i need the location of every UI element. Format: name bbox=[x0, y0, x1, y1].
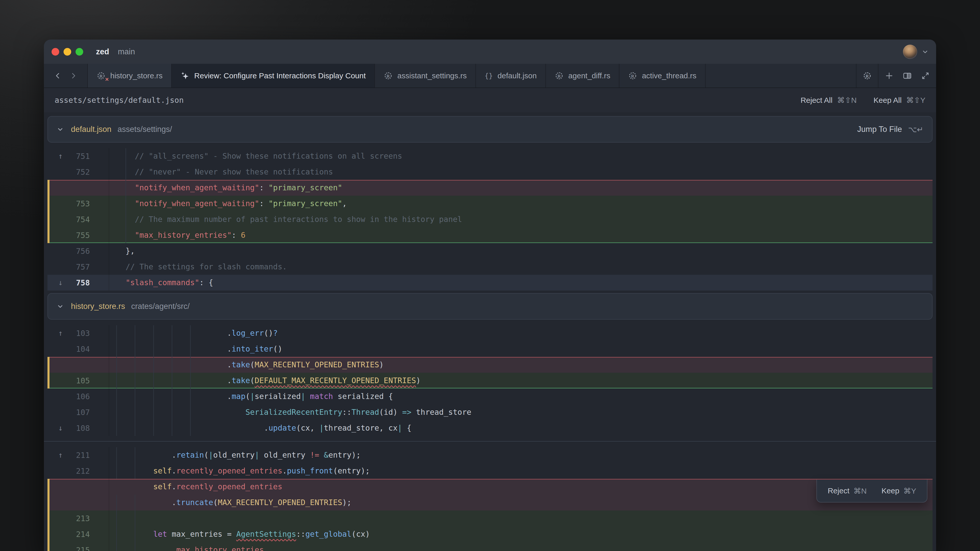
tab-strip-spacer bbox=[706, 64, 856, 87]
chevron-down-icon[interactable] bbox=[57, 126, 64, 133]
line-number: 105 bbox=[76, 376, 109, 385]
line-number: 753 bbox=[76, 199, 109, 208]
jump-to-file-button[interactable]: Jump To File⌥↵ bbox=[857, 125, 923, 134]
window-controls bbox=[52, 48, 83, 56]
indent-guide bbox=[135, 325, 135, 436]
tab-history-store-rs[interactable]: R×history_store.rs bbox=[88, 64, 172, 87]
gutter: 105 bbox=[48, 373, 109, 389]
code-line-215: 215 .max_history_entries bbox=[48, 542, 932, 551]
tab-agent-diff-rs[interactable]: Ragent_diff.rs bbox=[546, 64, 620, 87]
gutter bbox=[48, 357, 109, 373]
chevron-down-icon[interactable] bbox=[922, 48, 928, 55]
line-number: 214 bbox=[76, 530, 109, 539]
gutter: 757 bbox=[48, 259, 109, 275]
project-name[interactable]: zed bbox=[96, 47, 109, 56]
split-pane-icon[interactable] bbox=[902, 71, 912, 80]
pane-control-group: R bbox=[856, 64, 878, 87]
user-avatar[interactable] bbox=[903, 44, 917, 59]
code-text: .take(MAX_RECENTLY_OPENED_ENTRIES) bbox=[109, 357, 932, 373]
line-number: 103 bbox=[76, 329, 109, 338]
file-header-default-json[interactable]: default.jsonassets/settings/Jump To File… bbox=[48, 116, 932, 143]
line-number: 757 bbox=[76, 262, 109, 272]
file-header-history_store-rs[interactable]: history_store.rscrates/agent/src/ bbox=[48, 293, 932, 320]
reject-hunk-button[interactable]: Reject⌘N bbox=[828, 486, 867, 495]
code-text: .log_err()? bbox=[109, 325, 932, 341]
close-window-button[interactable] bbox=[52, 48, 59, 56]
expand-excerpt-up-button[interactable]: ↑ bbox=[58, 325, 63, 341]
code-rows: ↑751 // "all_screens" - Show these notif… bbox=[48, 148, 932, 291]
minimize-window-button[interactable] bbox=[64, 48, 71, 56]
gutter: ↑211 bbox=[48, 447, 109, 463]
gutter: 104 bbox=[48, 341, 109, 357]
gutter bbox=[48, 180, 109, 196]
rust-icon: R bbox=[628, 71, 637, 80]
line-number: 212 bbox=[76, 467, 109, 475]
diff-editor: default.jsonassets/settings/Jump To File… bbox=[44, 112, 936, 551]
line-number: 752 bbox=[76, 168, 109, 176]
keep-label: Keep bbox=[881, 486, 899, 495]
zoom-window-button[interactable] bbox=[76, 48, 83, 56]
reject-all-button[interactable]: Reject All ⌘⇧N bbox=[800, 96, 857, 105]
chevron-down-icon[interactable] bbox=[57, 303, 64, 310]
code-rows: ↑211 .retain(|old_entry| old_entry != &e… bbox=[48, 447, 932, 551]
keep-hunk-button[interactable]: Keep⌘Y bbox=[881, 486, 916, 495]
tab-label: agent_diff.rs bbox=[568, 71, 611, 80]
excerpt-separator bbox=[48, 436, 932, 447]
code-line-751: ↑751 // "all_screens" - Show these notif… bbox=[48, 148, 932, 164]
code-line-753: 753 "notify_when_agent_waiting": "primar… bbox=[48, 196, 932, 211]
gutter: 212 bbox=[48, 463, 109, 479]
expand-excerpt-down-button[interactable]: ↓ bbox=[58, 420, 63, 436]
tab-assistant-settings-rs[interactable]: Rassistant_settings.rs bbox=[375, 64, 476, 87]
tab-active-thread-rs[interactable]: Ractive_thread.rs bbox=[619, 64, 705, 87]
keep-all-label: Keep All bbox=[873, 96, 902, 105]
curly-braces-icon: {} bbox=[485, 72, 493, 79]
tab-review-configure-past-interactions-display-count[interactable]: Review: Configure Past Interactions Disp… bbox=[172, 64, 375, 87]
reject-shortcut: ⌘N bbox=[853, 486, 867, 495]
code-text: // The maximum number of past interactio… bbox=[109, 211, 932, 227]
rust-icon[interactable]: R bbox=[862, 71, 872, 80]
indent-guide bbox=[190, 325, 191, 436]
line-number: 211 bbox=[76, 451, 109, 460]
code-text: // "never" - Never show these notificati… bbox=[109, 164, 932, 180]
line-number: 106 bbox=[76, 392, 109, 401]
expand-excerpt-down-button[interactable]: ↓ bbox=[58, 275, 63, 291]
pane-controls: R bbox=[856, 64, 936, 87]
indent-guide bbox=[153, 325, 154, 436]
forward-button[interactable] bbox=[69, 71, 78, 80]
keep-all-button[interactable]: Keep All ⌘⇧Y bbox=[873, 96, 925, 105]
breadcrumb[interactable]: assets/settings/default.json bbox=[55, 96, 184, 105]
line-number: 751 bbox=[76, 152, 109, 161]
keep-all-shortcut: ⌘⇧Y bbox=[906, 96, 925, 105]
code-text: .retain(|old_entry| old_entry != &entry)… bbox=[109, 447, 932, 463]
gutter: 755 bbox=[48, 227, 109, 243]
code-text: .truncate(MAX_RECENTLY_OPENED_ENTRIES); bbox=[109, 495, 932, 510]
indent-guide bbox=[135, 447, 135, 551]
code-text: "notify_when_agent_waiting": "primary_sc… bbox=[109, 196, 932, 211]
reject-all-label: Reject All bbox=[800, 96, 832, 105]
branch-name[interactable]: main bbox=[118, 47, 135, 56]
code-text: .map(|serialized| match serialized { bbox=[109, 389, 932, 404]
gutter: 215 bbox=[48, 542, 109, 551]
rust-icon: R× bbox=[97, 71, 106, 80]
tab-default-json[interactable]: {}default.json bbox=[476, 64, 546, 87]
code-text: }, bbox=[109, 243, 932, 259]
code-text: let max_entries = AgentSettings::get_glo… bbox=[109, 526, 932, 542]
review-actions: Reject All ⌘⇧N Keep All ⌘⇧Y bbox=[800, 96, 925, 105]
gutter: ↑751 bbox=[48, 148, 109, 164]
gutter: 107 bbox=[48, 404, 109, 420]
expand-excerpt-up-button[interactable]: ↑ bbox=[58, 447, 63, 463]
code-rows: ↑103 .log_err()?104 .into_iter() .take(M… bbox=[48, 325, 932, 436]
expand-excerpt-up-button[interactable]: ↑ bbox=[58, 148, 63, 164]
tab-bar: R×history_store.rsReview: Configure Past… bbox=[44, 64, 936, 88]
hunk-review-controls: Reject⌘NKeep⌘Y bbox=[816, 480, 928, 503]
tab-label: active_thread.rs bbox=[642, 71, 696, 80]
code-text: .into_iter() bbox=[109, 341, 932, 357]
gutter: 753 bbox=[48, 196, 109, 211]
gutter: ↓108 bbox=[48, 420, 109, 436]
plus-icon[interactable] bbox=[885, 71, 894, 80]
code-text: // The settings for slash commands. bbox=[109, 259, 932, 275]
back-button[interactable] bbox=[53, 71, 62, 80]
indent-guide bbox=[116, 447, 117, 551]
tab-strip: R×history_store.rsReview: Configure Past… bbox=[88, 64, 706, 87]
expand-icon[interactable] bbox=[921, 71, 930, 80]
